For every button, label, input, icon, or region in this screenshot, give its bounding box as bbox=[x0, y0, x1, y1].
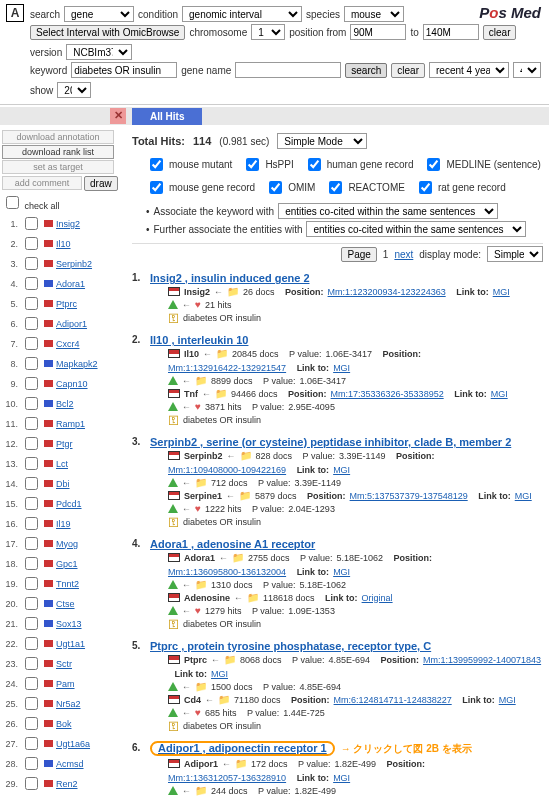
rank-checkbox[interactable] bbox=[25, 397, 38, 410]
download-annotation-button[interactable]: download annotation bbox=[2, 130, 114, 144]
draw-button[interactable]: draw bbox=[84, 176, 118, 191]
rank-checkbox[interactable] bbox=[25, 677, 38, 690]
rank-link[interactable]: Dbi bbox=[56, 479, 70, 489]
rank-checkbox[interactable] bbox=[25, 737, 38, 750]
rank-checkbox[interactable] bbox=[25, 577, 38, 590]
rank-checkbox[interactable] bbox=[25, 557, 38, 570]
rank-checkbox[interactable] bbox=[25, 277, 38, 290]
hit-title-link[interactable]: Adipor1 , adiponectin receptor 1 bbox=[158, 742, 327, 754]
filter-checkbox[interactable] bbox=[150, 158, 163, 171]
rank-link[interactable]: Lct bbox=[56, 459, 68, 469]
assoc1-select[interactable]: entities co-cited within the same senten… bbox=[278, 203, 498, 219]
clear-pos-button[interactable]: clear bbox=[483, 25, 517, 40]
filter-checkbox[interactable] bbox=[269, 181, 282, 194]
species-select[interactable]: mouse bbox=[344, 6, 404, 22]
rank-link[interactable]: Tnnt2 bbox=[56, 579, 79, 589]
rank-checkbox[interactable] bbox=[25, 597, 38, 610]
position-link[interactable]: Mm:1:139959992-140071843 bbox=[423, 655, 541, 665]
mgi-link[interactable]: MGI bbox=[333, 465, 350, 475]
search-select[interactable]: gene bbox=[64, 6, 134, 22]
position-link[interactable]: Mm:17:35336326-35338952 bbox=[331, 389, 444, 399]
rank-checkbox[interactable] bbox=[25, 717, 38, 730]
rank-checkbox[interactable] bbox=[25, 757, 38, 770]
version-select[interactable]: NCBIm37 bbox=[66, 44, 132, 60]
rank-link[interactable]: Insig2 bbox=[56, 219, 80, 229]
clear-kw-button[interactable]: clear bbox=[391, 63, 425, 78]
rank-checkbox[interactable] bbox=[25, 477, 38, 490]
mgi-link[interactable]: MGI bbox=[499, 695, 516, 705]
rank-link[interactable]: Adora1 bbox=[56, 279, 85, 289]
position-link[interactable]: Mm:5:137537379-137548129 bbox=[350, 491, 468, 501]
rank-checkbox[interactable] bbox=[25, 657, 38, 670]
tab-all-hits[interactable]: All Hits bbox=[132, 108, 202, 125]
genename-input[interactable] bbox=[235, 62, 341, 78]
check-all-checkbox[interactable] bbox=[6, 196, 19, 209]
mgi-link[interactable]: MGI bbox=[333, 773, 350, 783]
rank-link[interactable]: Il10 bbox=[56, 239, 71, 249]
hit-title-link[interactable]: Serpinb2 , serine (or cysteine) peptidas… bbox=[150, 436, 511, 448]
rank-checkbox[interactable] bbox=[25, 217, 38, 230]
rank-link[interactable]: Cxcr4 bbox=[56, 339, 80, 349]
position-link[interactable]: Mm:1:136095800-136132004 bbox=[168, 567, 286, 577]
mgi-link[interactable]: MGI bbox=[333, 363, 350, 373]
filter-checkbox[interactable] bbox=[308, 158, 321, 171]
rank-link[interactable]: Bok bbox=[56, 719, 72, 729]
condition-select[interactable]: genomic interval bbox=[182, 6, 302, 22]
position-link[interactable]: Mm:1:123200934-123224363 bbox=[328, 287, 446, 297]
chromosome-select[interactable]: 1 bbox=[251, 24, 285, 40]
position-link[interactable]: Mm:1:136312057-136328910 bbox=[168, 773, 286, 783]
rank-link[interactable]: Ctse bbox=[56, 599, 75, 609]
posfrom-input[interactable] bbox=[350, 24, 406, 40]
hit-title-link[interactable]: Ptprc , protein tyrosine phosphatase, re… bbox=[150, 640, 431, 652]
download-rank-button[interactable]: download rank list bbox=[2, 145, 114, 159]
rank-link[interactable]: Adipor1 bbox=[56, 319, 87, 329]
rank-checkbox[interactable] bbox=[25, 357, 38, 370]
show-n-select[interactable]: 20 bbox=[57, 82, 91, 98]
rank-link[interactable]: Sox13 bbox=[56, 619, 82, 629]
rank-checkbox[interactable] bbox=[25, 257, 38, 270]
mgi-link[interactable]: MGI bbox=[515, 491, 532, 501]
rank-link[interactable]: Ramp1 bbox=[56, 419, 85, 429]
rank-link[interactable]: Capn10 bbox=[56, 379, 88, 389]
filter-checkbox[interactable] bbox=[427, 158, 440, 171]
rank-checkbox[interactable] bbox=[25, 377, 38, 390]
rank-link[interactable]: Ptgr bbox=[56, 439, 73, 449]
rank-link[interactable]: Ugt1a1 bbox=[56, 639, 85, 649]
rank-checkbox[interactable] bbox=[25, 457, 38, 470]
rank-checkbox[interactable] bbox=[25, 517, 38, 530]
rank-checkbox[interactable] bbox=[25, 417, 38, 430]
display-mode-select[interactable]: Simple bbox=[487, 246, 543, 262]
rank-checkbox[interactable] bbox=[25, 537, 38, 550]
rank-checkbox[interactable] bbox=[25, 237, 38, 250]
rank-checkbox[interactable] bbox=[25, 297, 38, 310]
next-link[interactable]: next bbox=[394, 249, 413, 260]
rank-link[interactable]: Mapkapk2 bbox=[56, 359, 98, 369]
position-link[interactable]: Mm:1:109408000-109422169 bbox=[168, 465, 286, 475]
page-button[interactable]: Page bbox=[341, 247, 376, 262]
set-target-button[interactable]: set as target bbox=[2, 160, 114, 174]
rank-checkbox[interactable] bbox=[25, 497, 38, 510]
rank-link[interactable]: Sctr bbox=[56, 659, 72, 669]
rank-checkbox[interactable] bbox=[25, 317, 38, 330]
mgi-link[interactable]: MGI bbox=[211, 669, 228, 679]
original-link[interactable]: Original bbox=[362, 593, 393, 603]
mgi-link[interactable]: MGI bbox=[493, 287, 510, 297]
hit-title-link[interactable]: Il10 , interleukin 10 bbox=[150, 334, 248, 346]
rank-link[interactable]: Serpinb2 bbox=[56, 259, 92, 269]
mode-select[interactable]: Simple Mode bbox=[277, 133, 367, 149]
add-comment-button[interactable]: add comment bbox=[2, 176, 82, 190]
recent-select[interactable]: recent 4 years bbox=[429, 62, 509, 78]
keyword-input[interactable] bbox=[71, 62, 177, 78]
position-link[interactable]: Mm:6:124814711-124838227 bbox=[334, 695, 452, 705]
filter-checkbox[interactable] bbox=[329, 181, 342, 194]
rank-link[interactable]: Nr5a2 bbox=[56, 699, 81, 709]
rank-link[interactable]: Acmsd bbox=[56, 759, 84, 769]
assoc2-select[interactable]: entities co-cited within the same senten… bbox=[306, 221, 526, 237]
posto-input[interactable] bbox=[423, 24, 479, 40]
close-icon[interactable]: ✕ bbox=[110, 108, 126, 124]
search-button[interactable]: search bbox=[345, 63, 387, 78]
rank-checkbox[interactable] bbox=[25, 697, 38, 710]
rank-link[interactable]: Ren2 bbox=[56, 779, 78, 789]
rank-link[interactable]: Il19 bbox=[56, 519, 71, 529]
rank-checkbox[interactable] bbox=[25, 337, 38, 350]
